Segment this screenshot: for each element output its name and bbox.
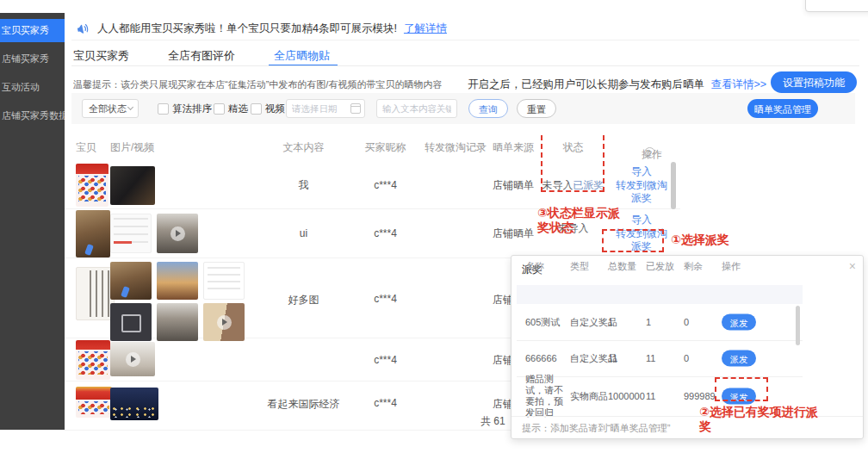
checkbox-label: 算法排序 xyxy=(172,102,212,115)
media-thumbnail[interactable] xyxy=(110,262,152,300)
checkbox-label: 视频 xyxy=(265,102,285,115)
sidebar-item-interactive-activity[interactable]: 互动活动 xyxy=(0,80,65,94)
col-media: 图片/视频 xyxy=(110,140,154,155)
repost-weitao-link[interactable]: 转发到微淘 xyxy=(605,178,678,192)
media-thumbnail[interactable] xyxy=(203,262,245,300)
prize-total: 11 xyxy=(608,353,617,363)
product-image[interactable] xyxy=(76,267,115,320)
prize-name: 666666 xyxy=(525,353,557,363)
cell-buyer: c***4 xyxy=(357,293,413,305)
prize-issued: 11 xyxy=(646,391,655,401)
tab-item-buyer-show[interactable]: 宝贝买家秀 xyxy=(73,48,129,64)
status-awarded: 已派奖 xyxy=(574,179,604,191)
close-icon[interactable]: × xyxy=(849,260,856,272)
setup-solicit-button[interactable]: 设置招稿功能 xyxy=(771,71,857,93)
tab-shop-show-posts[interactable]: 全店晒物贴 xyxy=(274,48,330,64)
cell-text: 好多图 xyxy=(267,293,340,307)
search-button[interactable]: 查询 xyxy=(468,99,508,118)
col-item: 宝贝 xyxy=(76,140,96,155)
chevron-down-icon xyxy=(127,104,133,110)
mcol-remain: 剩余 xyxy=(684,260,703,273)
col-status: 状态 xyxy=(541,140,605,155)
sidebar-item-buyer-show-data[interactable]: 店铺买家秀数据 xyxy=(0,109,65,122)
status-not-imported: 未导入 xyxy=(542,179,574,191)
calendar-icon[interactable] xyxy=(350,103,361,114)
megaphone-icon xyxy=(74,20,91,37)
media-thumbnail-video[interactable] xyxy=(203,303,245,341)
media-thumbnail[interactable] xyxy=(157,262,198,300)
modal-row: 666666 自定义奖品 11 11 0 派发 xyxy=(517,340,803,376)
product-image[interactable] xyxy=(76,164,108,207)
mcol-ops: 操作 xyxy=(722,260,741,273)
product-image[interactable] xyxy=(76,210,110,257)
total-count: 共 61 xyxy=(480,414,505,429)
prize-manage-button[interactable]: 晒单奖品管理 xyxy=(747,99,818,118)
media-thumbnail[interactable] xyxy=(110,214,152,253)
distribute-button[interactable]: 派发 xyxy=(722,350,756,367)
table-scrollbar[interactable] xyxy=(671,162,676,209)
distribute-button[interactable]: 派发 xyxy=(722,388,756,405)
modal-table-header xyxy=(517,285,803,304)
mcol-issued: 已发放 xyxy=(646,260,674,273)
tab-shop-photo-reviews[interactable]: 全店有图评价 xyxy=(168,48,235,64)
media-thumbnail[interactable] xyxy=(110,388,158,420)
prize-remain: 999989 xyxy=(684,391,716,401)
mcol-total: 总数量 xyxy=(608,260,636,273)
checkbox-algorithm-sort[interactable]: 算法排序 xyxy=(158,102,212,115)
sidebar-item-item-buyer-show[interactable]: 宝贝买家秀 xyxy=(0,19,65,42)
cell-text: 看起来国际经济 xyxy=(267,397,340,412)
checkbox-icon[interactable] xyxy=(158,103,169,115)
checkbox-featured[interactable]: 精选 xyxy=(214,102,248,115)
modal-row: 605测试 自定义奖品 1 1 0 派发 xyxy=(517,304,803,340)
import-link[interactable]: 导入 xyxy=(605,165,678,179)
prize-remain: 0 xyxy=(684,353,689,363)
media-thumbnail[interactable] xyxy=(157,303,198,341)
media-thumbnail[interactable] xyxy=(110,303,152,341)
media-thumbnail[interactable] xyxy=(110,166,155,205)
notice-detail-link[interactable]: 了解详情 xyxy=(404,22,447,36)
play-icon xyxy=(126,352,140,367)
cell-buyer: c***4 xyxy=(357,227,413,239)
annotation-1: ①选择派奖 xyxy=(671,233,729,247)
divider xyxy=(71,40,859,40)
view-details-link[interactable]: 查看详情>> xyxy=(710,78,766,90)
annotation-2: ②选择已有奖项进行派奖 xyxy=(699,405,820,434)
checkbox-icon[interactable] xyxy=(214,103,225,115)
distribute-button[interactable]: 派发 xyxy=(722,314,756,331)
prize-name: 605测试 xyxy=(525,316,560,329)
status-select[interactable]: 全部状态 xyxy=(82,99,139,118)
prize-total: 1000000 xyxy=(608,391,645,401)
enable-tip: 开启之后，已经购用户可以长期参与发布购后晒单 查看详情>> xyxy=(468,78,766,92)
reset-button[interactable]: 重置 xyxy=(517,99,556,118)
media-thumbnail-video[interactable] xyxy=(110,342,155,376)
mcol-name: 名称 xyxy=(525,260,544,273)
product-image[interactable] xyxy=(76,387,112,418)
play-icon xyxy=(170,226,185,241)
media-thumbnail-video[interactable] xyxy=(157,214,198,253)
checkbox-label: 精选 xyxy=(228,102,248,115)
keyword-input[interactable] xyxy=(376,99,457,118)
cutoff-popup xyxy=(805,0,868,12)
filter-bar: 全部状态 算法排序 精选 视频 查询 重置 晒单奖品管理 xyxy=(71,93,855,124)
checkbox-video[interactable]: 视频 xyxy=(251,102,285,115)
modal-tip: 提示：添加奖品请到“晒单奖品管理” xyxy=(522,422,670,435)
cell-buyer: c***4 xyxy=(357,354,413,366)
checkbox-icon[interactable] xyxy=(251,103,262,115)
cell-ops: 导入 转发到微淘 派奖 xyxy=(605,165,678,206)
prize-issued: 1 xyxy=(646,317,651,327)
help-icon[interactable]: ? xyxy=(644,147,655,158)
award-link[interactable]: 派奖 xyxy=(605,192,678,206)
notice-bar: 人人都能用宝贝买家秀啦！单个宝贝只要加精4条即可展示模块! 了解详情 xyxy=(76,19,447,38)
prize-name: 赠品测试，请不要拍，预发回归 xyxy=(525,374,570,419)
annotation-3: ③状态栏显示派奖状态 xyxy=(537,206,627,235)
modal-scrollbar[interactable] xyxy=(796,306,800,345)
col-repost: 转发微淘记录 xyxy=(425,140,487,155)
sidebar-item-shop-buyer-show[interactable]: 店铺买家秀 xyxy=(0,52,65,65)
mcol-type: 类型 xyxy=(570,260,589,273)
product-image[interactable] xyxy=(76,340,110,380)
warm-tip-text: 温馨提示：该分类只展现买家在本店“征集活动”中发布的有图/有视频的带宝贝的晒物内… xyxy=(73,78,442,91)
table-row: 我 c***4 店铺晒单 未导入已派奖 导入 转发到微淘 派奖 xyxy=(65,162,680,209)
award-link[interactable]: 派奖 xyxy=(605,240,678,254)
cell-status: 未导入已派奖 xyxy=(541,178,605,193)
sidebar: 宝贝买家秀 店铺买家秀 互动活动 店铺买家秀数据 xyxy=(0,13,65,430)
